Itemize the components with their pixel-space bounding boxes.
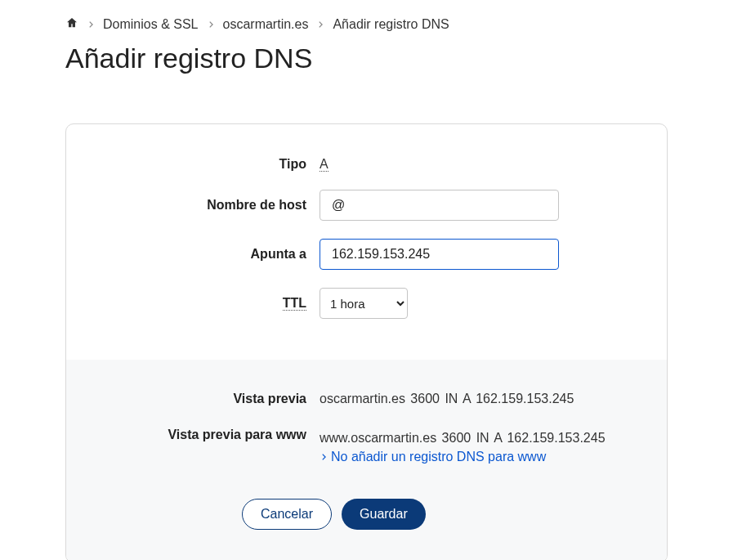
chevron-right-icon — [320, 453, 328, 461]
hostname-label: Nombre de host — [99, 198, 320, 213]
breadcrumb-domain[interactable]: oscarmartin.es — [223, 17, 309, 32]
save-button[interactable]: Guardar — [342, 499, 426, 530]
no-add-www-link[interactable]: No añadir un registro DNS para www — [320, 450, 546, 464]
hostname-input[interactable] — [320, 190, 559, 221]
home-icon — [65, 18, 78, 32]
points-to-input[interactable] — [320, 239, 559, 270]
type-value[interactable]: A — [320, 157, 329, 172]
breadcrumb: Dominios & SSL oscarmartin.es Añadir reg… — [65, 16, 668, 33]
preview-value: oscarmartin.es 3600 IN A 162.159.153.245 — [320, 392, 574, 405]
no-add-www-label: No añadir un registro DNS para www — [331, 450, 546, 464]
dns-form-card: Tipo A Nombre de host Apunta a TTL — [65, 123, 668, 560]
type-label: Tipo — [99, 157, 320, 172]
breadcrumb-current: Añadir registro DNS — [333, 17, 449, 32]
points-to-label: Apunta a — [99, 247, 320, 262]
chevron-right-icon — [207, 20, 215, 29]
cancel-button[interactable]: Cancelar — [242, 499, 332, 530]
ttl-label: TTL — [99, 296, 320, 311]
ttl-select[interactable]: 1 hora — [320, 288, 408, 319]
breadcrumb-home[interactable] — [65, 16, 78, 33]
chevron-right-icon — [316, 20, 324, 29]
preview-www-label: Vista previa para www — [99, 428, 320, 442]
preview-www-value: www.oscarmartin.es 3600 IN A 162.159.153… — [320, 428, 634, 449]
chevron-right-icon — [87, 20, 95, 29]
preview-label: Vista previa — [99, 392, 320, 406]
page-title: Añadir registro DNS — [65, 43, 668, 74]
breadcrumb-dominios-ssl[interactable]: Dominios & SSL — [103, 17, 199, 32]
